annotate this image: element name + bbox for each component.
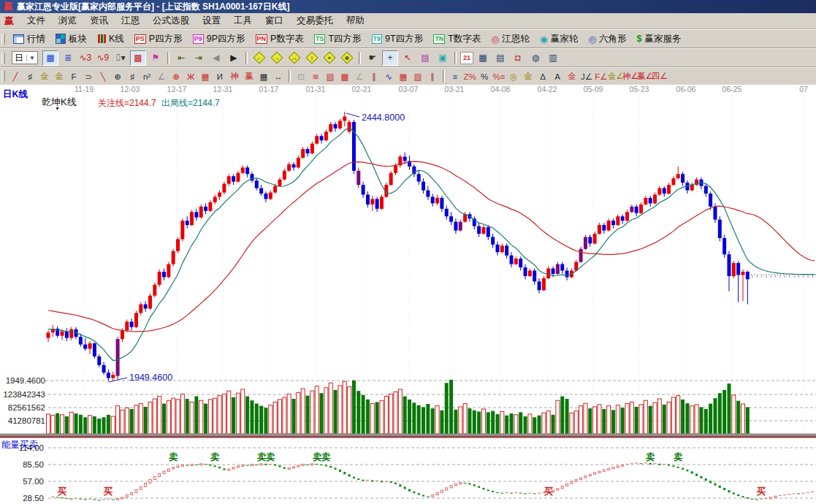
panel-splitter[interactable] bbox=[0, 434, 816, 436]
gold-square-tool[interactable]: 金 bbox=[37, 70, 52, 83]
zoom-diamond-2-button[interactable]: ↔ bbox=[286, 50, 302, 66]
menu-item-帮助[interactable]: 帮助 bbox=[340, 13, 371, 28]
calculator-button[interactable]: ▦ bbox=[475, 50, 491, 66]
menu-item-工具[interactable]: 工具 bbox=[227, 13, 259, 28]
channel-tool[interactable]: ∥ bbox=[425, 70, 440, 83]
menu-item-窗口[interactable]: 窗口 bbox=[259, 13, 290, 28]
gold-bands-tool[interactable]: 金 bbox=[521, 70, 535, 83]
span-measure-tool[interactable]: ↔ bbox=[271, 70, 286, 83]
zoom-diamond-3-button[interactable]: ↕ bbox=[304, 50, 320, 66]
calc-ruler-tool[interactable]: ▦ bbox=[256, 70, 271, 83]
gann-wheel-button[interactable]: ◎江恩轮 bbox=[486, 32, 534, 46]
notes-button[interactable]: ▤ bbox=[492, 50, 508, 66]
percent-tool[interactable]: % bbox=[477, 70, 492, 83]
zigzag-tool[interactable]: ∿ bbox=[381, 70, 396, 83]
t-number-button[interactable]: TNT数字表 bbox=[428, 32, 486, 46]
red-mesh-tool[interactable]: ▨ bbox=[411, 70, 425, 83]
fan-box-tool[interactable]: ▧ bbox=[323, 70, 338, 83]
period-select[interactable]: 日 ▼ bbox=[12, 51, 38, 64]
wave-marks-tool[interactable]: И bbox=[213, 70, 227, 83]
red-grid-tool[interactable]: ▦ bbox=[396, 70, 411, 83]
draw-board-button[interactable]: ▤ bbox=[417, 50, 433, 66]
spiral-tool[interactable]: ⊃ bbox=[81, 70, 96, 83]
new-window-button[interactable]: ▣ bbox=[435, 50, 451, 66]
next-button[interactable]: ▶ bbox=[226, 50, 242, 66]
j-angle-tool[interactable]: J∠ bbox=[579, 70, 594, 83]
gann-grid-tool[interactable]: ♯ bbox=[23, 70, 37, 83]
p-number-button[interactable]: PNP数字表 bbox=[251, 32, 309, 46]
t9-square-button[interactable]: T99T四方形 bbox=[367, 32, 429, 46]
t-square-button[interactable]: TST四方形 bbox=[309, 32, 367, 46]
web-sync-button[interactable]: ◍ bbox=[527, 50, 544, 66]
pattern-grid-button[interactable]: ▩ bbox=[130, 50, 146, 66]
crosshair-button[interactable]: + bbox=[382, 50, 398, 66]
square-web-tool[interactable]: ▦ bbox=[198, 70, 213, 83]
menu-item-交易委托[interactable]: 交易委托 bbox=[290, 13, 340, 28]
calendar-button[interactable]: 21 bbox=[460, 52, 473, 64]
kline-button[interactable]: K线 bbox=[92, 32, 129, 46]
hexagon-button[interactable]: ◎六角形 bbox=[583, 32, 631, 46]
parallel-tool[interactable]: ∥ bbox=[367, 70, 381, 83]
chart-mode-button[interactable]: ▦ bbox=[42, 50, 58, 66]
gold-square9-tool[interactable]: 金 bbox=[52, 70, 66, 83]
toolbar-grip[interactable] bbox=[1, 71, 5, 82]
shen-angle-tool[interactable]: 神∠ bbox=[623, 70, 638, 83]
gold-red-tool[interactable]: 金 bbox=[565, 70, 579, 83]
target-circle-tool[interactable]: ⊕ bbox=[169, 70, 183, 83]
info-list-button[interactable]: ≣ bbox=[60, 50, 76, 66]
flag-button[interactable]: ⚑ bbox=[148, 50, 164, 66]
chart-canvas[interactable]: 11-1912-0312-1712-3101-1701-3102-2103-07… bbox=[0, 85, 816, 504]
menu-item-公式选股[interactable]: 公式选股 bbox=[146, 13, 196, 28]
percent-lines-tool[interactable]: %≡ bbox=[492, 70, 506, 83]
f-angle-tool[interactable]: F∠ bbox=[594, 70, 609, 83]
zoom-diamond-1-button[interactable]: → bbox=[269, 50, 285, 66]
toolbar-grip[interactable] bbox=[1, 34, 5, 45]
prev-button[interactable]: ◀ bbox=[208, 50, 224, 66]
win-angle-tool[interactable]: 赢∠ bbox=[638, 70, 652, 83]
menu-item-资讯[interactable]: 资讯 bbox=[83, 13, 115, 28]
last-page-button[interactable]: ⇥ bbox=[191, 50, 207, 66]
ma3-button[interactable]: ∿3 bbox=[77, 50, 94, 66]
winner-service-button[interactable]: $赢家服务 bbox=[632, 32, 687, 46]
candle-style-button[interactable]: ⌷▾ bbox=[113, 50, 129, 66]
time-circle-tool[interactable]: ⊕ bbox=[110, 70, 125, 83]
model-dropdown-icon[interactable]: ▼ bbox=[55, 106, 60, 111]
fib-grid-tool[interactable]: F bbox=[66, 70, 81, 83]
winner-wheel-button[interactable]: ◉赢家轮 bbox=[535, 32, 583, 46]
zoom-diamond-5-button[interactable]: ⊕ bbox=[339, 50, 355, 66]
price-grid-tool[interactable]: ♯ bbox=[125, 70, 140, 83]
chart-area[interactable]: 11-1912-0312-1712-3101-1701-3102-2103-07… bbox=[0, 85, 816, 504]
set-square-tool[interactable]: ∠ bbox=[154, 70, 169, 83]
quotes-button[interactable]: 行情 bbox=[8, 32, 50, 46]
delta-tool[interactable]: Δ bbox=[535, 70, 550, 83]
pen-grid-tool[interactable]: ╲ bbox=[96, 70, 110, 83]
zoom-diamond-0-button[interactable]: ← bbox=[251, 50, 267, 66]
save-button[interactable]: ◘ bbox=[510, 50, 526, 66]
toolbar-grip[interactable] bbox=[1, 53, 5, 64]
win-grid-tool[interactable]: 赢 bbox=[242, 70, 256, 83]
print-button[interactable]: ▥ bbox=[545, 50, 561, 66]
n-square-tool[interactable]: n² bbox=[140, 70, 154, 83]
fan-lines-tool[interactable]: ≋ bbox=[308, 70, 323, 83]
p9-square-button[interactable]: P99P四方形 bbox=[188, 32, 251, 46]
frame-box-tool[interactable]: ⊡ bbox=[294, 70, 308, 83]
pointer-tool-button[interactable]: ↖ bbox=[400, 50, 416, 66]
menu-item-浏览[interactable]: 浏览 bbox=[52, 13, 83, 28]
brush-tool[interactable]: ╱ bbox=[8, 70, 23, 83]
menu-item-文件[interactable]: 文件 bbox=[20, 13, 52, 28]
gold-angle-tool[interactable]: 金∠ bbox=[609, 70, 623, 83]
menu-item-江恩[interactable]: 江恩 bbox=[115, 13, 146, 28]
hand-tool-button[interactable]: ☛ bbox=[365, 50, 381, 66]
trend-angle-tool[interactable]: ∠ bbox=[352, 70, 367, 83]
fan-shade-tool[interactable]: ▩ bbox=[338, 70, 352, 83]
shen-grid-tool[interactable]: 神 bbox=[227, 70, 242, 83]
ladder-scale-tool[interactable]: ≡ bbox=[448, 70, 462, 83]
percent-z-tool[interactable]: Z% bbox=[462, 70, 477, 83]
sectors-button[interactable]: 板块 bbox=[50, 32, 92, 46]
menu-item-设置[interactable]: 设置 bbox=[196, 13, 227, 28]
four-angle-tool[interactable]: 四∠ bbox=[652, 70, 667, 83]
p-square-button[interactable]: PSP四方形 bbox=[129, 32, 188, 46]
letter-a-tool[interactable]: A bbox=[550, 70, 565, 83]
gold-circle-tool[interactable]: ◎ bbox=[506, 70, 521, 83]
first-page-button[interactable]: ⇤ bbox=[173, 50, 189, 66]
